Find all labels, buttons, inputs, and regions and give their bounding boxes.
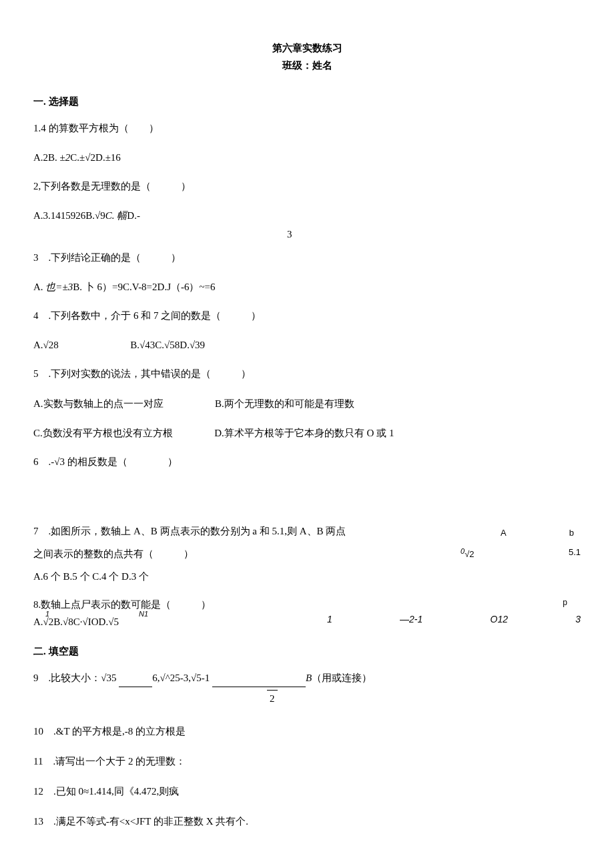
q8-n1: 1 <box>327 612 332 626</box>
q2-three: 3 <box>33 226 581 242</box>
q5-row2: C.负数没有平方根也没有立方根 D.算术平方根等于它本身的数只有 O 或 1 <box>33 425 581 441</box>
q4-text: 4 .下列各数中，介于 6 和 7 之间的数是（ ） <box>33 307 581 325</box>
q3-rest: B. 卜 6）=9C.V-8=2D.J（-6）~=6 <box>73 282 215 292</box>
q8-sup1: 1 <box>45 608 49 620</box>
q10: 10 .&T 的平方根是,-8 的立方根是 <box>33 723 581 741</box>
q11: 11 .请写出一个大于 2 的无理数： <box>33 753 581 771</box>
q8-container: 8.数轴上点尸表示的数可能是（ ） 1 N1 A.√2B.√8C·√IOD.√5… <box>33 596 581 630</box>
q12: 12 .已知 0≈1.414,同《4.472,则疯 <box>33 783 581 801</box>
q1-text: 1.4 的算数平方根为（ ） <box>33 119 581 137</box>
q4-opt-rest: B.√43C.√58D.√39 <box>130 340 205 350</box>
q7-label-b: b <box>569 526 574 540</box>
q3-a-label: A. <box>33 282 43 292</box>
section1-header: 一. 选择题 <box>33 93 581 109</box>
q4-opt-a: A.√28 <box>33 340 59 350</box>
q8-n3: O12 <box>491 612 508 626</box>
q8-p-label: p <box>327 596 581 609</box>
q7-num2: 5.1 <box>569 546 581 562</box>
q7-container: 7 .如图所示，数轴上 A、B 两点表示的数分别为 a 和 5.1,则 A、B … <box>33 523 581 584</box>
q7-line1: 7 .如图所示，数轴上 A、B 两点表示的数分别为 a 和 5.1,则 A、B … <box>33 523 434 539</box>
q7-label-a: A <box>501 526 507 540</box>
q9-suffix: （用或连接） <box>312 673 372 683</box>
q1-options: A.2B. ±2C.±√2D.±16 <box>33 149 581 165</box>
q3-text: 3 .下列结论正确的是（ ） <box>33 249 581 267</box>
doc-title: 第六章实数练习 <box>33 40 581 56</box>
q2-opt-d: D.- <box>127 210 140 221</box>
q8-n4: 3 <box>575 612 581 626</box>
q5-opt-b: B.两个无理数的和可能是有理数 <box>215 398 354 409</box>
q9: 9 .比较大小：√35 6,√^25-3,√5-1 B（用或连接） <box>33 669 581 687</box>
q8-diagram: p 1 —2-1 O12 3 <box>300 596 581 627</box>
q5-row1: A.实数与数轴上的点一一对应 B.两个无理数的和可能是有理数 <box>33 395 581 413</box>
q8-options: 1 N1 A.√2B.√8C·√IOD.√5 <box>33 614 300 630</box>
q4-options: A.√28 B.√43C.√58D.√39 <box>33 337 581 353</box>
q2-options: A.3.1415926B.√9C. 幅D.- <box>33 207 581 224</box>
q7-num1: 0√2 <box>460 546 475 562</box>
q13: 13 .满足不等式-有<x<JFT 的非正整数 X 共有个. <box>33 813 581 831</box>
q1-opt-ab: A.2B. ±2C.±√2D.±16 <box>33 152 121 163</box>
q9-frac: 2 <box>33 690 581 707</box>
q2-opt-a: A.3.1415926B.√9 <box>33 210 105 221</box>
q9-b: B <box>306 673 312 683</box>
q7-diagram: A b 0√2 5.1 <box>460 523 581 562</box>
q5-opt-a: A.实数与数轴上的点一一对应 <box>33 398 164 409</box>
q6-text: 6 .-√3 的相反数是（ ） <box>33 453 581 471</box>
q8-n2: —2-1 <box>400 612 422 626</box>
q5-opt-c: C.负数没有平方根也没有立方根 <box>33 428 173 438</box>
q2-text: 2,下列各数是无理数的是（ ） <box>33 177 581 195</box>
q8-text: 8.数轴上点尸表示的数可能是（ ） <box>33 596 300 612</box>
q8-sup2: N1 <box>139 608 148 620</box>
q9-mid: 6,√^25-3,√5-1 <box>152 673 212 683</box>
q5-text: 5 .下列对实数的说法，其中错误的是（ ） <box>33 365 581 383</box>
q7-line2: 之间表示的整数的点共有（ ） <box>33 546 434 562</box>
q2-opt-c: C. 幅 <box>105 210 127 221</box>
q9-prefix: 9 .比较大小：√35 <box>33 673 119 683</box>
q5-opt-d: D.算术平方根等于它本身的数只有 O 或 1 <box>214 428 394 438</box>
q3-options: A. 也=±3B. 卜 6）=9C.V-8=2D.J（-6）~=6 <box>33 279 581 295</box>
q3-a-text: 也=±3 <box>45 282 73 292</box>
doc-subtitle: 班级：姓名 <box>33 57 581 73</box>
q7-options: A.6 个 B.5 个 C.4 个 D.3 个 <box>33 568 434 584</box>
section2-header: 二. 填空题 <box>33 643 581 659</box>
